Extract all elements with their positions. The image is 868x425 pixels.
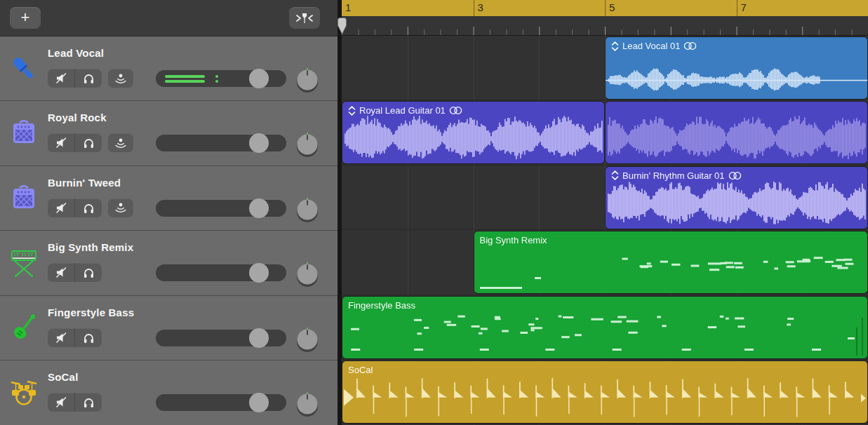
flex-marker-icon bbox=[611, 170, 619, 180]
mute-button[interactable] bbox=[48, 198, 74, 217]
track-name: Big Synth Remix bbox=[48, 241, 133, 253]
mute-solo-group bbox=[48, 198, 102, 217]
track-name: SoCal bbox=[48, 371, 79, 383]
region-title: Lead Vocal 01 bbox=[622, 41, 680, 51]
track-controls bbox=[48, 198, 133, 217]
region-royal-lead-guitar-01-continued[interactable] bbox=[606, 102, 867, 163]
catch-playhead-button[interactable] bbox=[289, 7, 320, 29]
volume-slider[interactable] bbox=[156, 330, 286, 346]
mute-button[interactable] bbox=[48, 263, 74, 282]
mute-speaker-icon bbox=[55, 396, 68, 409]
bass-guitar-icon bbox=[8, 306, 40, 351]
track-name: Burnin' Tweed bbox=[48, 177, 121, 189]
track-controls bbox=[48, 263, 102, 282]
mute-button[interactable] bbox=[48, 393, 74, 412]
cycle-region-strip[interactable]: 1 3 5 7 bbox=[342, 0, 868, 16]
region-title: Royal Lead Guitar 01 bbox=[359, 105, 446, 116]
microphone-icon bbox=[8, 46, 40, 91]
timeline: 1 3 5 7 Lead Vocal 01 bbox=[342, 0, 868, 425]
volume-slider[interactable] bbox=[156, 264, 286, 281]
track-header-big-synth-remix[interactable]: Big Synth Remix bbox=[0, 231, 338, 295]
volume-slider-thumb[interactable] bbox=[249, 198, 269, 218]
track-header-socal[interactable]: SoCal bbox=[0, 360, 338, 425]
volume-slider[interactable] bbox=[156, 394, 286, 411]
mute-speaker-icon bbox=[55, 136, 68, 149]
track-lane: Burnin' Rhythm Guitar 01 bbox=[342, 166, 868, 230]
pan-knob[interactable] bbox=[295, 197, 319, 224]
mute-speaker-icon bbox=[55, 266, 68, 279]
volume-slider[interactable] bbox=[156, 200, 286, 217]
track-lane: Fingerstyle Bass bbox=[342, 295, 868, 360]
mute-button[interactable] bbox=[48, 69, 74, 88]
pan-knob[interactable] bbox=[295, 391, 319, 418]
track-controls bbox=[48, 328, 102, 347]
ruler-bar-label: 7 bbox=[737, 0, 868, 16]
headphones-icon bbox=[82, 266, 95, 279]
input-monitoring-button[interactable] bbox=[108, 69, 133, 88]
volume-slider-thumb[interactable] bbox=[249, 69, 269, 88]
input-monitoring-button[interactable] bbox=[108, 133, 133, 152]
amp-icon bbox=[8, 176, 40, 221]
pan-knob[interactable] bbox=[295, 132, 319, 158]
pan-knob[interactable] bbox=[295, 67, 319, 94]
add-track-button[interactable]: + bbox=[10, 7, 41, 29]
ruler-ticks bbox=[342, 16, 868, 35]
volume-slider-thumb[interactable] bbox=[249, 328, 269, 348]
beat-ruler[interactable] bbox=[342, 16, 868, 36]
region-label: Fingerstyle Bass bbox=[348, 300, 415, 311]
region-title: Big Synth Remix bbox=[480, 235, 547, 245]
input-monitoring-icon bbox=[114, 72, 128, 85]
headphones-button[interactable] bbox=[74, 263, 102, 282]
headphones-icon bbox=[82, 201, 95, 215]
region-lead-vocal-01[interactable]: Lead Vocal 01 bbox=[606, 37, 867, 99]
track-header-panel: + bbox=[0, 0, 338, 425]
region-royal-lead-guitar-01[interactable]: Royal Lead Guitar 01 bbox=[342, 102, 604, 163]
mute-speaker-icon bbox=[55, 72, 68, 85]
ruler-bar-label: 1 bbox=[342, 0, 474, 16]
keyboard-icon bbox=[8, 241, 40, 285]
region-fingerstyle-bass[interactable]: Fingerstyle Bass bbox=[342, 297, 867, 358]
headphones-button[interactable] bbox=[74, 328, 102, 347]
playhead[interactable] bbox=[337, 17, 347, 35]
mute-button[interactable] bbox=[48, 133, 74, 152]
region-label: SoCal bbox=[348, 365, 373, 375]
volume-slider[interactable] bbox=[156, 70, 286, 87]
garageband-window: + bbox=[0, 0, 868, 425]
region-title: SoCal bbox=[348, 365, 373, 375]
track-header-lead-vocal[interactable]: Lead Vocal bbox=[0, 36, 338, 101]
pan-knob[interactable] bbox=[295, 327, 319, 353]
track-header-toolbar: + bbox=[0, 0, 338, 36]
headphones-icon bbox=[82, 72, 95, 85]
mute-solo-group bbox=[48, 263, 102, 282]
volume-slider-thumb[interactable] bbox=[249, 133, 269, 153]
input-monitoring-button[interactable] bbox=[108, 198, 133, 217]
flex-marker-icon bbox=[611, 41, 619, 51]
headphones-button[interactable] bbox=[74, 198, 102, 217]
linked-circles-icon bbox=[728, 171, 742, 180]
volume-slider-thumb[interactable] bbox=[249, 393, 269, 412]
mute-button[interactable] bbox=[48, 328, 74, 347]
track-header-fingerstyle-bass[interactable]: Fingerstyle Bass bbox=[0, 296, 338, 360]
level-meter-right bbox=[165, 80, 205, 83]
pan-knob[interactable] bbox=[295, 262, 319, 288]
volume-slider[interactable] bbox=[156, 135, 286, 151]
ruler-bar-label: 5 bbox=[605, 0, 737, 16]
track-header-royal-rock[interactable]: Royal Rock bbox=[0, 101, 338, 166]
region-title: Fingerstyle Bass bbox=[348, 300, 415, 311]
catch-playhead-icon bbox=[295, 12, 314, 25]
region-big-synth-remix[interactable]: Big Synth Remix bbox=[474, 231, 868, 293]
volume-slider-thumb[interactable] bbox=[249, 263, 269, 283]
region-label: Big Synth Remix bbox=[480, 235, 547, 245]
track-name: Royal Rock bbox=[48, 112, 107, 123]
region-label: Lead Vocal 01 bbox=[611, 41, 697, 51]
track-lanes: Lead Vocal 01 Royal Lead Guitar 01 bbox=[342, 36, 868, 425]
flex-marker-icon bbox=[348, 106, 356, 116]
track-header-burnin-tweed[interactable]: Burnin' Tweed bbox=[0, 166, 338, 231]
region-label: Royal Lead Guitar 01 bbox=[348, 105, 462, 116]
headphones-button[interactable] bbox=[74, 133, 102, 152]
track-name: Fingerstyle Bass bbox=[48, 306, 134, 318]
region-burnin-rhythm-guitar-01[interactable]: Burnin' Rhythm Guitar 01 bbox=[606, 167, 867, 229]
headphones-button[interactable] bbox=[74, 393, 102, 412]
headphones-button[interactable] bbox=[74, 69, 102, 88]
region-socal-drummer[interactable]: SoCal bbox=[342, 361, 867, 423]
